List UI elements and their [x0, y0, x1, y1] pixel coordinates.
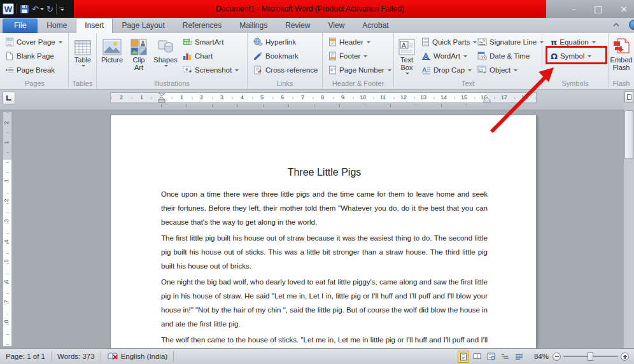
ruler-number: 2 — [200, 94, 203, 101]
signature-line-button[interactable]: Signature Line — [476, 36, 546, 48]
dropdown-arrow-icon — [363, 55, 367, 57]
dropdown-arrow-icon — [405, 73, 409, 74]
tab-home[interactable]: Home — [38, 18, 76, 33]
close-button[interactable]: × — [620, 4, 628, 13]
ruler-number: 18 — [521, 94, 528, 101]
screenshot-button[interactable]: Screenshot — [181, 64, 241, 76]
cover-page-button[interactable]: Cover Page — [3, 36, 64, 48]
drop-cap-button[interactable]: A Drop Cap — [419, 64, 474, 76]
left-tab-icon — [6, 95, 11, 101]
print-layout-view-button[interactable] — [458, 351, 469, 363]
tab-view[interactable]: View — [320, 18, 354, 33]
button-label: Drop Cap — [433, 66, 465, 74]
print-layout-icon — [460, 353, 467, 361]
wordart-button[interactable]: WordArt — [419, 50, 469, 62]
bookmark-button[interactable]: Bookmark — [251, 50, 300, 62]
horizontal-ruler[interactable]: 2 1 1 2 3 4 5 6 7 8 9 10 11 12 13 14 15 … — [110, 92, 537, 103]
ruler-number: 1 — [180, 94, 183, 101]
dropdown-arrow-icon — [463, 55, 467, 57]
text-box-button[interactable]: A Text Box — [395, 35, 418, 74]
customize-qat-button[interactable] — [59, 8, 64, 11]
language-indicator[interactable]: English (India) — [120, 353, 169, 360]
ruler-number: 12 — [400, 94, 407, 101]
right-indent-marker-icon[interactable] — [483, 97, 491, 102]
full-screen-reading-view-button[interactable] — [472, 351, 483, 363]
redo-button[interactable]: ↻ — [46, 5, 53, 13]
smartart-button[interactable]: SmartArt — [181, 36, 225, 48]
button-label: Page Break — [17, 66, 55, 74]
table-icon — [74, 35, 91, 56]
ruler-toggle-icon — [627, 94, 631, 100]
tab-acrobat[interactable]: Acrobat — [353, 18, 397, 33]
chart-button[interactable]: Chart — [181, 50, 215, 62]
web-layout-view-button[interactable] — [486, 351, 497, 363]
quick-parts-icon — [421, 38, 430, 46]
ruler-number: 2 — [3, 121, 10, 124]
page-break-icon — [5, 66, 14, 74]
maximize-button[interactable]: □ — [594, 4, 602, 13]
header-button[interactable]: Header — [327, 36, 372, 48]
word-logo-icon[interactable]: W — [3, 3, 14, 15]
picture-button[interactable]: Picture — [99, 35, 125, 64]
button-label: Shapes — [153, 56, 177, 64]
undo-dropdown-icon[interactable] — [40, 8, 44, 10]
clip-art-button[interactable]: Clip Art — [127, 35, 150, 71]
tab-mailings[interactable]: Mailings — [230, 18, 276, 33]
button-label: Table — [74, 56, 91, 64]
word-count[interactable]: Words: 373 — [56, 353, 96, 360]
page-break-button[interactable]: Page Break — [3, 64, 57, 76]
embed-flash-button[interactable]: Embed Flash — [610, 35, 633, 71]
zoom-out-button[interactable] — [553, 353, 561, 361]
date-time-button[interactable]: Date & Time — [476, 50, 532, 62]
cross-reference-icon — [253, 66, 263, 74]
zoom-slider-thumb[interactable] — [588, 352, 593, 361]
draft-view-button[interactable] — [514, 351, 525, 363]
tab-references[interactable]: References — [174, 18, 230, 33]
collapse-ribbon-icon[interactable] — [613, 23, 619, 27]
smartart-icon — [183, 38, 192, 46]
blank-page-button[interactable]: Blank Page — [3, 50, 56, 62]
tab-page-layout[interactable]: Page Layout — [113, 18, 173, 33]
proofing-errors-icon[interactable] — [106, 352, 120, 361]
undo-button[interactable]: ↶ — [32, 5, 44, 13]
header-icon — [328, 38, 337, 46]
page-number-button[interactable]: # Page Number — [327, 64, 393, 76]
ribbon-group-header-footer: Header Footer # Page Number Header & Foo… — [323, 33, 394, 89]
ruler-number: 5 — [3, 259, 10, 262]
ruler-number: 11 — [380, 94, 386, 101]
quick-parts-button[interactable]: Quick Parts — [419, 36, 479, 48]
footer-button[interactable]: Footer — [327, 50, 369, 62]
vertical-ruler[interactable]: 2 1 1 2 3 4 5 6 7 8 — [3, 111, 12, 347]
button-label: Hyperlink — [265, 38, 296, 46]
cross-reference-button[interactable]: Cross-reference — [251, 64, 320, 76]
minimize-button[interactable]: – — [572, 4, 576, 13]
save-button[interactable] — [20, 4, 29, 14]
outline-view-button[interactable] — [500, 351, 511, 363]
tab-review[interactable]: Review — [276, 18, 319, 33]
footer-icon — [328, 52, 337, 60]
zoom-in-button[interactable] — [621, 353, 629, 361]
svg-text:#: # — [330, 67, 333, 72]
scrollbar-thumb[interactable] — [624, 110, 633, 159]
zoom-slider[interactable] — [563, 352, 618, 361]
object-button[interactable]: Object — [476, 64, 519, 76]
screenshot-icon — [183, 66, 192, 74]
zoom-level[interactable]: 84% — [533, 353, 550, 360]
shapes-button[interactable]: Shapes — [153, 35, 178, 67]
quick-access-toolbar: W ↶ ↻ — [0, 0, 74, 18]
tab-file[interactable]: File — [3, 18, 38, 33]
hyperlink-button[interactable]: Hyperlink — [251, 36, 298, 48]
vertical-scrollbar[interactable] — [624, 90, 634, 348]
shapes-icon — [157, 35, 174, 56]
tab-insert[interactable]: Insert — [76, 18, 113, 33]
group-label-header-footer: Header & Footer — [323, 80, 393, 87]
document-page[interactable]: Three Little Pigs Once upon a time there… — [110, 115, 537, 348]
tab-selector[interactable] — [3, 92, 15, 104]
indent-markers-icon[interactable] — [158, 93, 166, 102]
ruler-number: 3 — [220, 94, 223, 101]
page-count[interactable]: Page: 1 of 1 — [4, 353, 46, 360]
ruler-toggle-button[interactable] — [624, 91, 633, 102]
ruler-number: 14 — [440, 94, 447, 101]
paragraph: The first little pig built his house out… — [161, 231, 488, 273]
table-button[interactable]: Table — [71, 35, 95, 67]
